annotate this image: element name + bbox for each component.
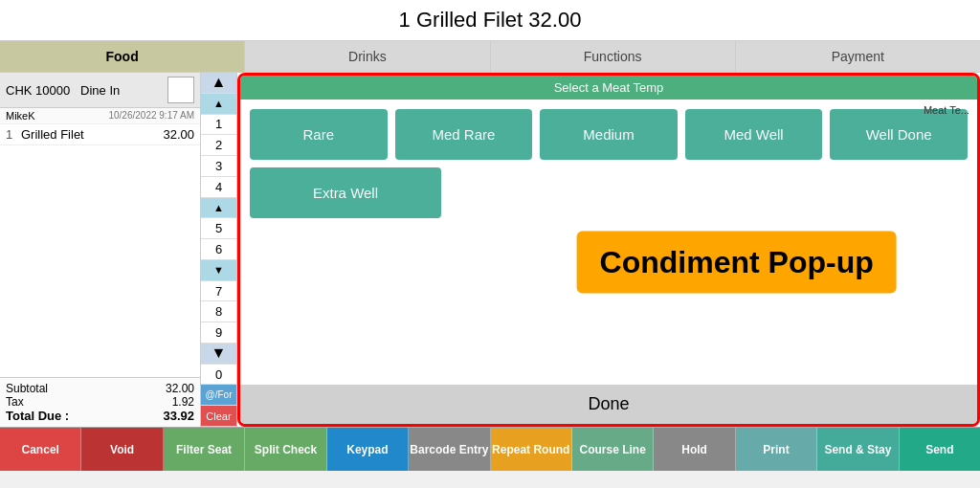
filter-seat-button[interactable]: Filter Seat xyxy=(164,428,245,471)
order-header-box xyxy=(167,77,194,103)
popup-buttons-area: Rare Med Rare Medium Med Well Well Done xyxy=(240,100,977,385)
title-bar: 1 Grilled Filet 32.00 xyxy=(0,0,980,41)
tab-bar: Food Drinks Functions Payment xyxy=(0,41,980,73)
popup-btn-med-well[interactable]: Med Well xyxy=(685,109,823,160)
table-row: 1 Grilled Filet 32.00 xyxy=(0,124,200,145)
num-button-0[interactable]: 0 xyxy=(201,365,236,386)
popup-btn-well-done[interactable]: Well Done xyxy=(830,109,968,160)
popup-btn-extra-well[interactable]: Extra Well xyxy=(250,167,441,218)
page-title: 1 Grilled Filet 32.00 xyxy=(399,8,582,32)
total-label: Total Due : xyxy=(6,409,69,423)
total-row: Total Due : 33.92 xyxy=(6,409,194,423)
repeat-round-button[interactable]: Repeat Round xyxy=(491,428,572,471)
subtotal-label: Subtotal xyxy=(6,382,48,395)
done-button[interactable]: Done xyxy=(240,385,977,424)
keypad-button[interactable]: Keypad xyxy=(327,428,409,471)
right-area: Select a Meat Temp Meat Te... Rare Med R… xyxy=(237,73,980,427)
number-column: ▲ ▲ 1 2 3 4 ▲ 5 6 ▼ 7 8 9 ▼ 0 @/For Clea… xyxy=(201,73,237,427)
tax-label: Tax xyxy=(6,395,24,409)
subtotal-value: 32.00 xyxy=(166,382,194,395)
cancel-button[interactable]: Cancel xyxy=(0,428,81,471)
num-button-6[interactable]: 6 xyxy=(201,239,236,260)
split-check-button[interactable]: Split Check xyxy=(245,428,326,471)
popup-btn-med-rare[interactable]: Med Rare xyxy=(395,109,533,160)
num-button-7[interactable]: 7 xyxy=(201,281,236,302)
up-arrow-button[interactable]: ▲ xyxy=(201,94,236,115)
tab-payment[interactable]: Payment xyxy=(736,41,980,72)
order-subheader: MikeK 10/26/2022 9:17 AM xyxy=(0,108,200,124)
tax-value: 1.92 xyxy=(172,395,194,409)
print-button[interactable]: Print xyxy=(736,428,817,471)
order-info: CHK 10000 Dine In xyxy=(6,83,167,98)
send-stay-button[interactable]: Send & Stay xyxy=(817,428,899,471)
popup-row-1: Rare Med Rare Medium Med Well Well Done xyxy=(250,109,968,160)
down-small-arrow[interactable]: ▼ xyxy=(201,260,236,281)
subtotal-row: Subtotal 32.00 xyxy=(6,382,194,395)
left-panel: CHK 10000 Dine In MikeK 10/26/2022 9:17 … xyxy=(0,73,201,427)
send-button[interactable]: Send xyxy=(900,428,980,471)
order-header: CHK 10000 Dine In xyxy=(0,73,200,108)
scroll-up-button[interactable]: ▲ xyxy=(201,73,236,94)
num-button-8[interactable]: 8 xyxy=(201,301,236,322)
at-for-button[interactable]: @/For xyxy=(201,385,236,406)
scroll-down-button[interactable]: ▼ xyxy=(201,344,236,365)
order-date: 10/26/2022 9:17 AM xyxy=(108,110,194,122)
barcode-entry-button[interactable]: Barcode Entry xyxy=(409,428,490,471)
order-items-list: 1 Grilled Filet 32.00 xyxy=(0,124,200,377)
popup-header: Select a Meat Temp xyxy=(240,76,977,100)
num-button-1[interactable]: 1 xyxy=(201,115,236,136)
order-type: Dine In xyxy=(80,83,120,98)
num-button-5[interactable]: 5 xyxy=(201,218,236,239)
popup-side-label: Meat Te... xyxy=(924,104,969,116)
tax-row: Tax 1.92 xyxy=(6,395,194,409)
order-totals: Subtotal 32.00 Tax 1.92 Total Due : 33.9… xyxy=(0,377,200,427)
num-button-9[interactable]: 9 xyxy=(201,322,236,344)
total-value: 33.92 xyxy=(163,409,194,423)
customer-name: MikeK xyxy=(6,110,35,122)
void-button[interactable]: Void xyxy=(81,428,163,471)
up-small-arrow[interactable]: ▲ xyxy=(201,198,236,219)
check-number: CHK 10000 xyxy=(6,83,70,98)
course-line-button[interactable]: Course Line xyxy=(572,428,654,471)
tab-drinks[interactable]: Drinks xyxy=(245,41,490,72)
action-bar: Cancel Void Filter Seat Split Check Keyp… xyxy=(0,427,980,471)
popup-btn-rare[interactable]: Rare xyxy=(250,109,388,160)
item-price: 32.00 xyxy=(163,127,194,142)
popup-btn-medium[interactable]: Medium xyxy=(540,109,678,160)
item-number: 1 xyxy=(6,127,21,142)
item-name: Grilled Filet xyxy=(21,127,163,142)
tab-food[interactable]: Food xyxy=(0,41,245,72)
num-button-3[interactable]: 3 xyxy=(201,156,236,177)
num-button-2[interactable]: 2 xyxy=(201,135,236,156)
main-area: CHK 10000 Dine In MikeK 10/26/2022 9:17 … xyxy=(0,73,980,427)
popup-row-2: Extra Well xyxy=(250,167,968,218)
condiment-popup: Select a Meat Temp Meat Te... Rare Med R… xyxy=(237,73,980,427)
num-button-4[interactable]: 4 xyxy=(201,177,236,198)
hold-button[interactable]: Hold xyxy=(654,428,735,471)
clear-button[interactable]: Clear xyxy=(201,406,236,427)
tab-functions[interactable]: Functions xyxy=(491,41,736,72)
